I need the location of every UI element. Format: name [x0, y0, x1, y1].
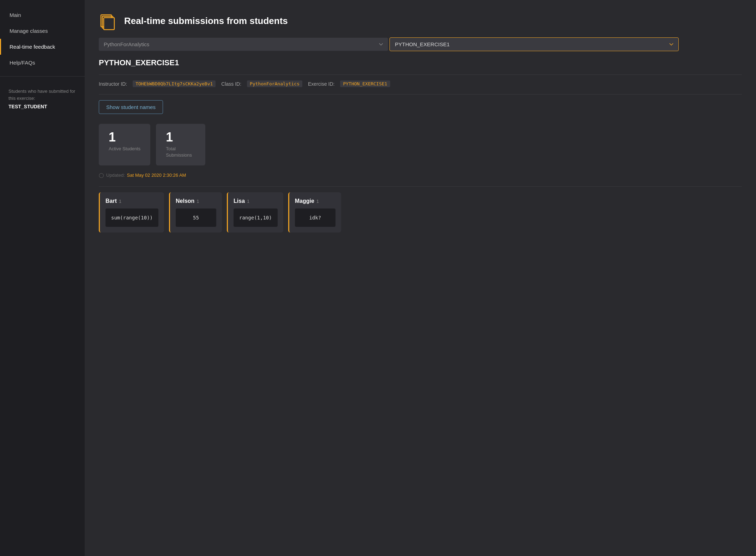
sidebar-divider — [0, 76, 85, 77]
student-code-block: 55 — [176, 208, 216, 227]
class-value: PythonForAnalytics — [247, 80, 302, 87]
student-card-count: 1 — [247, 199, 249, 204]
exercise-label: Exercise ID: — [308, 81, 334, 87]
active-students-count: 1 — [109, 131, 140, 144]
sidebar-item-manage-classes[interactable]: Manage classes — [0, 23, 85, 39]
clock-icon: ◯ — [99, 173, 104, 178]
student-card-name: Bart — [105, 198, 117, 204]
sidebar: Main Manage classes Real-time feedback H… — [0, 0, 85, 556]
exercise-value: PYTHON_EXERCISE1 — [340, 80, 390, 87]
student-card-name: Maggie — [295, 198, 314, 204]
exercise-title: PYTHON_EXERCISE1 — [99, 58, 742, 67]
active-students-label: Active Students — [109, 146, 140, 152]
section-divider-3 — [99, 186, 742, 187]
section-divider-1 — [99, 74, 742, 75]
student-code-block: idk? — [295, 208, 335, 227]
stats-row: 1 Active Students 1 TotalSubmissions — [99, 124, 742, 165]
total-submissions-label: TotalSubmissions — [166, 146, 195, 158]
updated-row: ◯ Updated: Sat May 02 2020 2:30:26 AM — [99, 173, 742, 178]
student-card-count: 1 — [119, 199, 121, 204]
main-content: Real-time submissions from students Pyth… — [85, 0, 756, 556]
updated-value: Sat May 02 2020 2:30:26 AM — [127, 173, 186, 178]
section-divider-2 — [99, 94, 742, 95]
exercise-dropdown[interactable]: PYTHON_EXERCISE1 — [389, 37, 679, 51]
sidebar-item-help-faqs[interactable]: Help/FAQs — [0, 55, 85, 71]
student-card-count: 1 — [196, 199, 199, 204]
page-title: Real-time submissions from students — [124, 16, 288, 26]
active-students-card: 1 Active Students — [99, 124, 150, 165]
student-card-header: Bart 1 — [105, 198, 158, 204]
show-student-names-button[interactable]: Show student names — [99, 100, 163, 114]
submissions-icon — [99, 11, 118, 30]
sidebar-student-info: Students who have submitted for this exe… — [0, 82, 85, 116]
student-code-block: range(1,10) — [234, 208, 278, 227]
instructor-value: TOHEbWBD0Qb7LItg7sCKKa2yeBv1 — [133, 80, 216, 87]
student-code-block: sum(range(10)) — [105, 208, 158, 227]
student-card-header: Maggie 1 — [295, 198, 335, 204]
student-card-header: Nelson 1 — [176, 198, 216, 204]
student-card: Nelson 1 55 — [169, 192, 222, 232]
page-header: Real-time submissions from students — [99, 11, 742, 30]
student-cards-row: Bart 1 sum(range(10)) Nelson 1 55 Lisa 1… — [99, 192, 742, 232]
instructor-label: Instructor ID: — [99, 81, 127, 87]
sidebar-navigation: Main Manage classes Real-time feedback H… — [0, 7, 85, 71]
sidebar-student-name: TEST_STUDENT — [8, 103, 76, 110]
meta-info-row: Instructor ID: TOHEbWBD0Qb7LItg7sCKKa2ye… — [99, 80, 742, 87]
sidebar-item-realtime-feedback[interactable]: Real-time feedback — [0, 39, 85, 55]
class-dropdown[interactable]: PythonForAnalytics — [99, 38, 388, 51]
student-card-count: 1 — [316, 199, 319, 204]
student-card-name: Lisa — [234, 198, 245, 204]
total-submissions-card: 1 TotalSubmissions — [156, 124, 205, 165]
updated-label: Updated: — [106, 173, 125, 178]
total-submissions-count: 1 — [166, 131, 195, 144]
student-card: Bart 1 sum(range(10)) — [99, 192, 164, 232]
class-label: Class ID: — [221, 81, 241, 87]
student-card: Maggie 1 idk? — [288, 192, 341, 232]
student-card: Lisa 1 range(1,10) — [227, 192, 283, 232]
student-card-name: Nelson — [176, 198, 194, 204]
sidebar-item-main[interactable]: Main — [0, 7, 85, 23]
svg-rect-2 — [104, 18, 114, 30]
student-card-header: Lisa 1 — [234, 198, 278, 204]
